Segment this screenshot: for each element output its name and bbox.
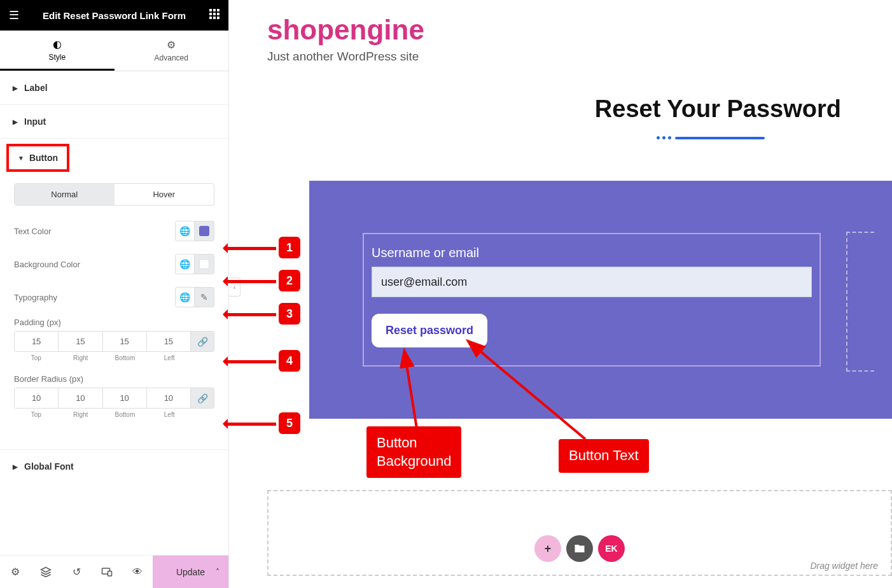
add-section-button[interactable]: + <box>534 535 561 562</box>
menu-icon[interactable]: ☰ <box>6 8 22 22</box>
padding-bottom[interactable] <box>103 332 146 351</box>
form-label: Username or email <box>372 246 812 260</box>
text-color-label: Text Color <box>14 227 52 236</box>
annotation-button-background: Button Background <box>366 426 461 478</box>
section-button-text: Button <box>29 153 58 163</box>
radius-left[interactable] <box>147 388 190 408</box>
site-tagline: Just another WordPress site <box>267 50 892 64</box>
state-normal[interactable]: Normal <box>15 184 115 205</box>
svg-rect-4 <box>213 13 216 15</box>
svg-rect-7 <box>213 17 216 19</box>
section-label-text: Label <box>24 83 48 93</box>
caret-right-icon: ▶ <box>13 463 18 470</box>
section-button[interactable]: ▼ Button <box>6 144 69 172</box>
svg-rect-11 <box>108 571 112 576</box>
apps-icon[interactable] <box>207 9 222 22</box>
edge-bottom: Bottom <box>103 354 148 361</box>
bottom-bar: ⚙ ↺ 👁 Update ˄ <box>0 555 228 588</box>
link-values-icon[interactable]: 🔗 <box>191 332 214 351</box>
settings-icon[interactable]: ⚙ <box>0 556 31 588</box>
edge-right: Right <box>59 411 103 418</box>
tab-advanced-label: Advanced <box>155 53 188 62</box>
globe-icon[interactable]: 🌐 <box>176 288 195 307</box>
history-icon[interactable]: ↺ <box>61 556 92 588</box>
padding-label: Padding (px) <box>14 314 214 331</box>
bg-color-label: Background Color <box>14 260 80 269</box>
svg-rect-5 <box>217 13 220 15</box>
tabs: ◐ Style ⚙ Advanced <box>0 31 228 71</box>
heading-divider <box>657 136 765 139</box>
edit-icon[interactable]: ✎ <box>195 288 214 307</box>
svg-rect-8 <box>217 17 220 19</box>
tab-style[interactable]: ◐ Style <box>0 31 115 71</box>
padding-top[interactable] <box>15 332 58 351</box>
site-brand[interactable]: shopengine <box>267 14 892 46</box>
edge-left: Left <box>147 411 192 418</box>
section-input-text: Input <box>24 116 46 127</box>
edge-right: Right <box>59 354 103 361</box>
svg-rect-2 <box>217 9 220 11</box>
annotation-line <box>464 337 592 445</box>
text-color-swatch[interactable] <box>195 221 214 241</box>
annotation-line <box>401 349 426 431</box>
form-card: Username or email Reset password <box>363 233 821 367</box>
padding-right[interactable] <box>59 332 102 351</box>
svg-rect-1 <box>213 9 216 11</box>
annotation-badge-3: 3 <box>279 303 300 325</box>
svg-rect-3 <box>209 13 212 15</box>
edge-top: Top <box>14 411 59 418</box>
typography-row: Typography 🌐 ✎ <box>14 281 214 314</box>
update-button[interactable]: Update ˄ <box>153 556 228 588</box>
annotation-badge-5: 5 <box>279 412 300 434</box>
form-section: Username or email Reset password <box>309 181 892 419</box>
section-global-font[interactable]: ▶ Global Font <box>0 450 228 483</box>
chevron-up-icon: ˄ <box>216 568 220 577</box>
state-tabs: Normal Hover <box>14 183 214 206</box>
edge-left: Left <box>147 354 192 361</box>
tab-style-label: Style <box>48 53 66 62</box>
caret-down-icon: ▼ <box>18 155 24 162</box>
edge-bottom: Bottom <box>103 411 148 418</box>
svg-marker-9 <box>41 567 51 572</box>
padding-inputs: 🔗 <box>14 331 214 352</box>
drag-hint: Drag widget here <box>810 561 878 571</box>
bg-color-row: Background Color 🌐 <box>14 248 214 281</box>
drag-widget-zone[interactable]: + EK Drag widget here <box>267 490 892 576</box>
state-hover[interactable]: Hover <box>115 184 214 205</box>
radius-inputs: 🔗 <box>14 388 214 409</box>
annotation-arrow <box>224 360 276 363</box>
update-label: Update <box>176 567 205 577</box>
annotation-arrow <box>224 247 276 250</box>
radius-right[interactable] <box>59 388 102 408</box>
globe-icon[interactable]: 🌐 <box>176 221 195 241</box>
bg-color-swatch[interactable] <box>195 255 214 274</box>
email-field[interactable] <box>372 267 812 297</box>
responsive-icon[interactable] <box>92 556 122 588</box>
radius-bottom[interactable] <box>103 388 146 408</box>
padding-left[interactable] <box>147 332 190 351</box>
text-color-row: Text Color 🌐 <box>14 214 214 248</box>
radius-label: Border Radius (px) <box>14 370 214 388</box>
section-label[interactable]: ▶ Label <box>0 71 228 105</box>
preview-canvas: ‹ shopengine Just another WordPress site… <box>229 0 892 588</box>
column-placeholder[interactable] <box>846 232 874 372</box>
annotation-arrow <box>224 280 276 283</box>
annotation-badge-2: 2 <box>279 270 300 291</box>
link-values-icon[interactable]: 🔗 <box>191 388 214 408</box>
button-panel: Normal Hover Text Color 🌐 Background Col… <box>0 177 228 431</box>
globe-icon[interactable]: 🌐 <box>176 255 195 274</box>
elementskit-button[interactable]: EK <box>598 535 625 562</box>
typography-label: Typography <box>14 293 57 302</box>
annotation-arrow <box>224 313 276 316</box>
preview-icon[interactable]: 👁 <box>122 556 153 588</box>
template-library-button[interactable] <box>566 535 593 562</box>
section-global-font-text: Global Font <box>24 461 74 472</box>
page-heading: Reset Your Password <box>595 95 841 123</box>
section-input[interactable]: ▶ Input <box>0 105 228 139</box>
layers-icon[interactable] <box>31 556 61 588</box>
editor-sidebar: ☰ Edit Reset Password Link Form ◐ Style … <box>0 0 229 588</box>
radius-top[interactable] <box>15 388 58 408</box>
tab-advanced[interactable]: ⚙ Advanced <box>115 31 229 71</box>
svg-rect-0 <box>209 9 212 11</box>
caret-right-icon: ▶ <box>13 118 18 125</box>
